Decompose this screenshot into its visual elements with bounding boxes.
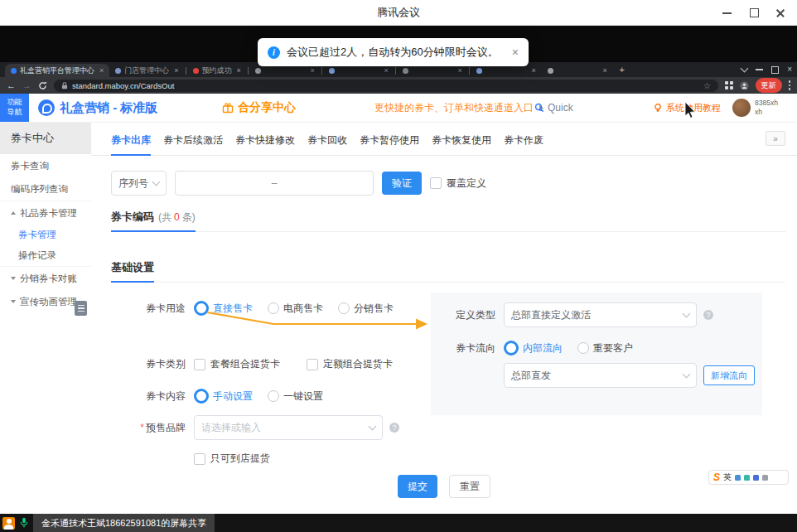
toast-close-icon[interactable]: × [512,46,519,59]
maximize-button[interactable] [741,0,767,25]
help-icon[interactable] [703,310,713,320]
sidebar-group-distribution-reconciliation[interactable]: 分销券卡对账 [0,267,91,290]
app-header: 功能 导航 礼盒营销 - 标准版 合分享中心 更快捷的券卡、订单和快 [0,94,797,123]
tab-search-icon[interactable] [741,65,749,73]
tab-card-void[interactable]: 券卡作废 [504,126,543,156]
browser-update-button[interactable]: 更新 [756,78,782,93]
tab-card-outbound[interactable]: 券卡出库 [111,126,151,156]
radio-icon [338,302,350,314]
radio-direct-sale[interactable]: 直接售卡 [194,301,253,316]
tab-favicon [476,68,482,74]
collapse-panel-button[interactable]: » [766,131,785,146]
bookmark-star-icon[interactable]: ☆ [703,81,711,90]
user-account[interactable]: 8385xh xh [732,94,778,122]
tab-close-icon[interactable]: × [99,66,104,75]
chevron-down-icon [683,370,691,379]
tab-divider [248,67,249,75]
tab-label: 预约成功 [202,65,232,76]
collapse-triangle-icon [11,211,16,215]
browser-tab-booking[interactable]: 预约成功 × [187,64,247,77]
tab-close-icon[interactable]: × [532,66,536,75]
checkbox-package-combo-card[interactable]: 套餐组合提货卡 [194,357,280,371]
tab-close-icon[interactable]: × [458,66,462,75]
serial-range-input[interactable]: – [175,171,374,196]
tab-favicon [255,68,261,74]
checkbox-fixed-combo-card[interactable]: 定额组合提货卡 [307,357,393,371]
addressbar-actions: 更新 [725,78,790,93]
close-button[interactable] [767,0,794,25]
profile-icon[interactable] [740,81,749,90]
browser-maximize-icon[interactable] [771,66,779,74]
radio-internal-flow[interactable]: 内部流向 [504,341,563,355]
tab-close-icon[interactable]: × [311,66,315,75]
new-tab-button[interactable]: + [616,65,628,76]
browser-tab-partial[interactable]: × [542,64,613,77]
radio-icon [268,302,279,314]
back-icon[interactable]: ← [7,81,16,90]
tab-close-icon[interactable]: × [384,66,389,75]
ime-logo[interactable]: S [713,472,720,482]
sidebar-group-gift-card-management[interactable]: 礼品券卡管理 [0,201,91,225]
mic-icon[interactable] [735,475,741,481]
add-flow-button[interactable]: 新增流向 [703,365,755,385]
sidebar-drag-handle[interactable] [75,301,87,316]
radio-manual-setup[interactable]: 手动设置 [194,389,253,404]
shared-browser-window: 礼盒营销平台管理中心 × 门店管理中心 × 预约成功 × × [0,62,797,514]
tab-close-icon[interactable]: × [603,66,607,75]
quick-search[interactable]: Quick [534,94,573,122]
tab-card-suspend[interactable]: 券卡暂停使用 [360,126,419,156]
reset-button[interactable]: 重置 [449,475,490,498]
checkbox-icon [194,453,205,465]
minimize-button[interactable] [714,0,741,25]
quick-entry-link[interactable]: 更快捷的券卡、订单和快递通道入口 [374,94,546,122]
forward-icon[interactable]: → [22,81,31,90]
basic-settings-section: 基础设置 [111,259,785,283]
sidebar-item-code-sequence-query[interactable]: 编码序列查询 [0,177,91,201]
tab-card-restore[interactable]: 券卡恢复使用 [432,126,491,156]
sidebar-item-card-query[interactable]: 券卡查询 [0,154,91,177]
radio-ecommerce-sale[interactable]: 电商售卡 [268,302,323,316]
ime-language-indicator[interactable]: 英 [723,473,732,481]
verify-button[interactable]: 验证 [382,172,422,195]
browser-tab-marketing[interactable]: 礼盒营销平台管理中心 × [5,64,109,77]
extensions-icon[interactable] [725,81,733,89]
tab-card-quick-edit[interactable]: 券卡快捷修改 [235,126,295,156]
function-nav-toggle[interactable]: 功能 导航 [0,94,29,122]
tab-close-icon[interactable]: × [174,66,178,75]
definition-panel: 定义类型 总部直接定义激活 券卡流向 [431,293,762,415]
checkbox-store-pickup-only[interactable]: 只可到店提货 [194,452,270,466]
override-checkbox[interactable] [430,177,442,189]
tab-card-recycle[interactable]: 券卡回收 [307,126,347,156]
card-flow-field: 券卡流向 内部流向 重要客户 [447,341,762,355]
help-icon[interactable] [389,423,399,433]
tab-close-icon[interactable]: × [237,66,241,75]
radio-important-customer[interactable]: 重要客户 [577,341,633,355]
browser-menu-icon[interactable] [789,80,791,90]
serial-type-select[interactable]: 序列号 [111,171,167,196]
browser-minimize-icon[interactable] [756,69,763,70]
toolbox-icon[interactable] [753,475,759,481]
flow-target-select[interactable]: 总部直发 [504,363,697,388]
sidebar-item-card-management[interactable]: 券卡管理 [0,225,91,245]
maximize-icon [750,8,759,17]
presale-brand-select[interactable]: 请选择或输入 [194,415,383,440]
expand-triangle-icon [11,300,16,303]
card-settings-form: 券卡用途 直接售卡 电商售卡 [91,283,797,463]
url-bar[interactable]: standard.maboy.cn/CardsOut ☆ [54,80,718,92]
settings-icon[interactable] [762,475,768,481]
sidebar-item-operation-log[interactable]: 操作记录 [0,245,91,267]
tutorial-link[interactable]: 系统使用教程 [653,94,721,122]
tab-card-activation[interactable]: 券卡后续激活 [163,126,223,156]
keyboard-icon[interactable] [744,475,750,481]
definition-type-select[interactable]: 总部直接定义激活 [504,302,697,327]
browser-tab-store[interactable]: 门店管理中心 × [109,64,184,77]
radio-one-click-setup[interactable]: 一键设置 [268,389,323,404]
refresh-icon[interactable] [38,81,47,90]
share-center-link[interactable]: 合分享中心 [222,94,296,122]
main-content: » 券卡出库 券卡后续激活 券卡快捷修改 券卡回收 券卡暂停使用 券卡恢复使用 … [91,123,797,515]
override-checkbox-wrap[interactable]: 覆盖定义 [430,177,486,191]
checkbox-icon [307,359,318,370]
submit-button[interactable]: 提交 [398,475,437,498]
browser-close-icon[interactable]: × [787,65,792,74]
radio-distribution-sale[interactable]: 分销售卡 [338,302,394,316]
